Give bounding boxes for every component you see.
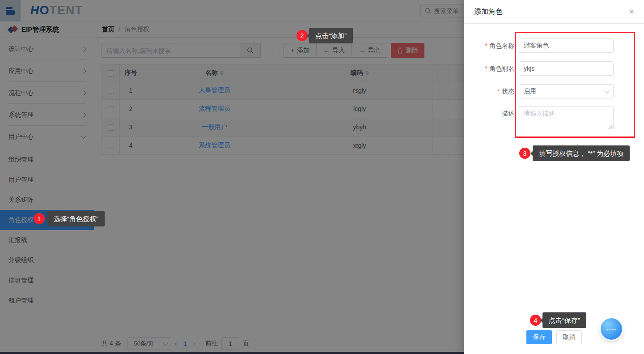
form-row-desc: 描述 xyxy=(464,106,644,132)
assistant-float-button[interactable]: --:-- xyxy=(601,318,622,340)
role-name-input[interactable] xyxy=(518,38,614,53)
step-number: 3 xyxy=(523,150,527,157)
step-2-tooltip: 点击“添加” xyxy=(309,28,353,43)
add-role-drawer: 添加角色 × *角色名称 *角色别名 *状态 启用 xyxy=(464,0,644,354)
app-root: HOTENT EIP管理系统 设计中心 应用中心 流程中心 xyxy=(0,0,644,354)
label-text: 角色名称 xyxy=(489,42,514,49)
taskbar-strip xyxy=(0,352,464,354)
save-button[interactable]: 保存 xyxy=(526,330,552,344)
form-row-name: *角色名称 xyxy=(464,38,644,53)
chevron-down-icon xyxy=(604,88,609,93)
label-text: 角色别名 xyxy=(489,65,514,72)
step-1-badge: 1 xyxy=(34,213,45,224)
step-number: 4 xyxy=(534,317,538,324)
required-mark: * xyxy=(485,65,487,72)
step-2-badge: 2 xyxy=(297,30,308,41)
close-icon[interactable]: × xyxy=(629,7,634,16)
step-number: 1 xyxy=(38,215,41,222)
drawer-title: 添加角色 xyxy=(474,7,503,17)
required-mark: * xyxy=(485,42,487,49)
required-mark: * xyxy=(498,88,500,95)
name-label: *角色名称 xyxy=(464,38,514,53)
label-text: 描述 xyxy=(502,110,514,117)
resize-handle-icon[interactable] xyxy=(608,125,612,129)
step-3-badge: 3 xyxy=(519,148,530,159)
desc-label: 描述 xyxy=(464,106,514,132)
role-alias-input[interactable] xyxy=(518,61,614,76)
float-ball-text: --:-- xyxy=(606,326,617,332)
step-4-tooltip: 点击“保存” xyxy=(542,312,586,328)
status-select-value: 启用 xyxy=(524,87,536,95)
form-row-status: *状态 启用 xyxy=(464,84,644,98)
step-3-tooltip: 填写授权信息， “*” 为必填项 xyxy=(533,145,630,161)
status-label: *状态 xyxy=(464,84,514,98)
drawer-header: 添加角色 × xyxy=(464,0,644,24)
step-4-badge: 4 xyxy=(530,315,541,326)
label-text: 状态 xyxy=(502,88,514,95)
form-row-alias: *角色别名 xyxy=(464,61,644,76)
alias-label: *角色别名 xyxy=(464,61,514,76)
add-role-form: *角色名称 *角色别名 *状态 启用 描述 xyxy=(464,24,644,132)
status-select[interactable]: 启用 xyxy=(518,84,614,98)
drawer-footer: 保存 取消 xyxy=(526,330,582,344)
step-1-tooltip: 选择“角色授权” xyxy=(47,211,105,226)
description-textarea[interactable] xyxy=(518,106,614,130)
step-number: 2 xyxy=(301,32,304,39)
cancel-button[interactable]: 取消 xyxy=(556,330,582,344)
